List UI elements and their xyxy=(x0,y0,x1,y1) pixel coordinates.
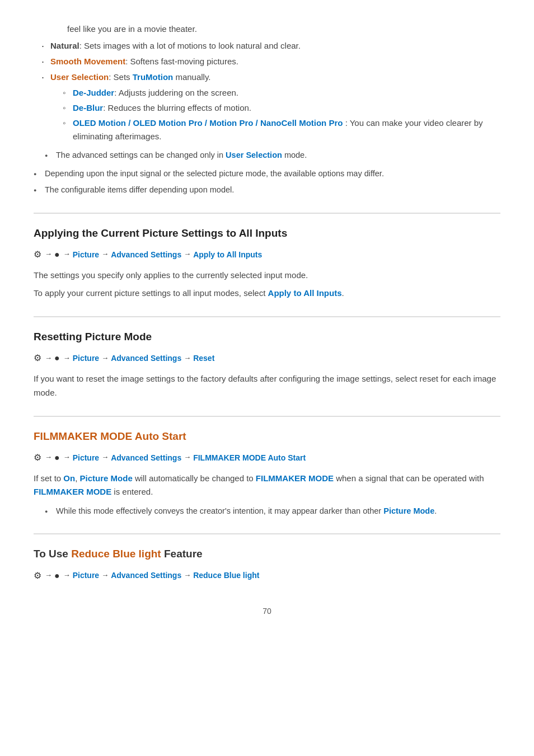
main-bullet-list: Natural: Sets images with a lot of motio… xyxy=(34,39,500,143)
breadcrumb-picture-2: Picture xyxy=(73,352,99,364)
section4-title: To Use Reduce Blue light Feature xyxy=(34,546,500,562)
arrow-1: → xyxy=(45,248,52,260)
smooth-movement-text: : Softens fast-moving pictures. xyxy=(125,57,238,66)
arrow-5: → xyxy=(45,353,52,364)
section3-comma: , xyxy=(75,473,79,483)
section3-title: FILMMAKER MODE Auto Start xyxy=(34,428,500,445)
arrow-3: → xyxy=(101,248,109,260)
arrow-14: → xyxy=(63,570,71,581)
breadcrumb-advanced-3: Advanced Settings xyxy=(111,452,181,464)
note-1-bold: User Selection xyxy=(226,151,282,159)
breadcrumb-advanced-4: Advanced Settings xyxy=(111,569,181,581)
section3-body: If set to On, Picture Mode will automati… xyxy=(34,472,500,500)
section1-apply-bold: Apply to All Inputs xyxy=(268,288,342,298)
breadcrumb-reset: Reset xyxy=(193,352,214,364)
dejudder-text: : Adjusts juddering on the screen. xyxy=(114,88,238,97)
sub-oled-motion: OLED Motion / OLED Motion Pro / Motion P… xyxy=(62,116,500,143)
natural-text: : Sets images with a lot of motions to l… xyxy=(79,41,301,50)
section3-body1: If set to xyxy=(34,473,63,483)
section4-title-highlight: Reduce Blue light xyxy=(71,548,161,560)
trumotion-label: TruMotion xyxy=(133,72,173,82)
breadcrumb-advanced-2: Advanced Settings xyxy=(111,352,181,364)
user-selection-text: : Sets xyxy=(109,72,133,82)
section3-on-bold: On xyxy=(63,473,75,483)
sub-deblur: De-Blur: Reduces the blurring effects of… xyxy=(62,101,500,115)
breadcrumb-settings-icon-3: ⚙ xyxy=(34,450,41,465)
section1-body2: To apply your current picture settings t… xyxy=(34,287,500,300)
arrow-11: → xyxy=(101,452,109,463)
section3-breadcrumb: ⚙ → ● → Picture → Advanced Settings → FI… xyxy=(34,450,500,465)
user-selection-text2: manually. xyxy=(173,72,210,82)
arrow-7: → xyxy=(101,353,109,364)
breadcrumb-circle-icon-4: ● xyxy=(54,569,60,583)
section3-filmmaker-mode-bold: FILMMAKER MODE xyxy=(256,473,334,483)
section2-title: Resetting Picture Mode xyxy=(34,328,500,345)
section1-breadcrumb: ⚙ → ● → Picture → Advanced Settings → Ap… xyxy=(34,247,500,262)
arrow-2: → xyxy=(63,248,71,260)
arrow-15: → xyxy=(101,570,109,581)
user-selection-label: User Selection xyxy=(50,72,109,82)
section1-body1: The settings you specify only applies to… xyxy=(34,269,500,283)
note-1-text: The advanced settings can be changed onl… xyxy=(56,151,226,159)
breadcrumb-circle-icon: ● xyxy=(54,247,60,262)
section3-picture-mode-bold: Picture Mode xyxy=(80,473,133,483)
breadcrumb-settings-icon-2: ⚙ xyxy=(34,351,41,365)
sub-dejudder: De-Judder: Adjusts juddering on the scre… xyxy=(62,86,500,100)
section3-notes: While this mode effectively conveys the … xyxy=(45,505,500,518)
breadcrumb-apply-all: Apply to All Inputs xyxy=(193,248,262,261)
breadcrumb-picture-4: Picture xyxy=(73,569,99,581)
arrow-4: → xyxy=(184,248,191,260)
breadcrumb-advanced-1: Advanced Settings xyxy=(111,248,181,261)
arrow-13: → xyxy=(45,570,52,581)
section3-note-bold: Picture Mode xyxy=(383,506,434,515)
section2-breadcrumb: ⚙ → ● → Picture → Advanced Settings → Re… xyxy=(34,351,500,365)
sub-bullet-list: De-Judder: Adjusts juddering on the scre… xyxy=(62,86,500,143)
note-user-selection: The advanced settings can be changed onl… xyxy=(45,149,500,162)
arrow-10: → xyxy=(63,452,71,463)
page-number: 70 xyxy=(34,605,500,617)
bullet-user-selection: User Selection: Sets TruMotion manually.… xyxy=(34,71,500,143)
section4-breadcrumb: ⚙ → ● → Picture → Advanced Settings → Re… xyxy=(34,569,500,583)
breadcrumb-settings-icon: ⚙ xyxy=(34,247,41,262)
section1-body2-end: . xyxy=(341,288,344,298)
section3-text2: will automatically be changed to xyxy=(133,473,256,483)
breadcrumb-circle-icon-2: ● xyxy=(54,351,60,365)
breadcrumb-settings-icon-4: ⚙ xyxy=(34,569,41,583)
dejudder-label: De-Judder xyxy=(73,88,114,97)
section4-title-post: Feature xyxy=(161,548,203,560)
divider-3 xyxy=(34,416,500,417)
oled-motion-label: OLED Motion / OLED Motion Pro / Motion P… xyxy=(73,118,343,128)
note-2-text: Depending upon the input signal or the s… xyxy=(45,169,384,178)
section1-body2-text: To apply your current picture settings t… xyxy=(34,288,268,298)
note-configurable: The configurable items differ depending … xyxy=(34,184,500,196)
divider-1 xyxy=(34,213,500,214)
arrow-6: → xyxy=(63,353,71,364)
section3-filmmaker-mode-bold2: FILMMAKER MODE xyxy=(34,487,111,496)
bullet-natural: Natural: Sets images with a lot of motio… xyxy=(34,39,500,53)
section4-title-pre: To Use xyxy=(34,548,71,560)
divider-2 xyxy=(34,316,500,317)
note-input-signal: Depending upon the input signal or the s… xyxy=(34,167,500,180)
bullet-smooth-movement: Smooth Movement: Softens fast-moving pic… xyxy=(34,55,500,68)
extra-notes-list: Depending upon the input signal or the s… xyxy=(34,167,500,196)
deblur-text: : Reduces the blurring effects of motion… xyxy=(103,103,251,112)
notes-list: The advanced settings can be changed onl… xyxy=(45,149,500,162)
breadcrumb-picture-1: Picture xyxy=(73,248,99,261)
breadcrumb-filmmaker-auto: FILMMAKER MODE Auto Start xyxy=(193,452,306,464)
section2-body: If you want to reset the image settings … xyxy=(34,372,500,400)
deblur-label: De-Blur xyxy=(73,103,103,112)
section3-note-text: While this mode effectively conveys the … xyxy=(56,506,383,515)
breadcrumb-reduce-blue: Reduce Blue light xyxy=(193,569,259,581)
note-3-text: The configurable items differ depending … xyxy=(45,185,234,194)
smooth-movement-label: Smooth Movement xyxy=(50,57,125,66)
breadcrumb-picture-3: Picture xyxy=(73,452,99,464)
arrow-16: → xyxy=(184,570,191,581)
breadcrumb-circle-icon-3: ● xyxy=(54,450,60,465)
arrow-9: → xyxy=(45,452,52,463)
arrow-8: → xyxy=(184,353,191,364)
natural-label: Natural xyxy=(50,41,79,50)
section3-text3: when a signal that can be operated with xyxy=(334,473,484,483)
section1-title: Applying the Current Picture Settings to… xyxy=(34,225,500,242)
note-1-text2: mode. xyxy=(282,151,307,159)
intro-line: feel like you are in a movie theater. xyxy=(34,22,500,36)
